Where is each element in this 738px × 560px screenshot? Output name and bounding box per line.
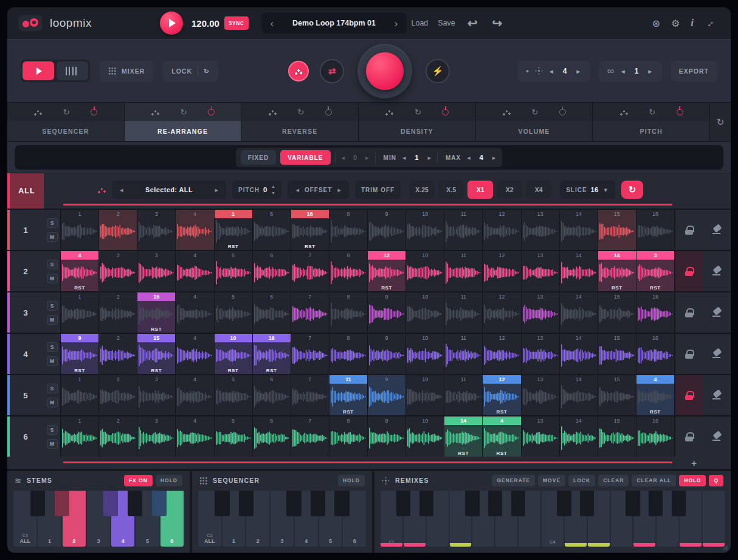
slice-1-4[interactable]: 4 — [176, 210, 214, 250]
slice-3-1[interactable]: 1 — [61, 292, 99, 333]
slice-5-9[interactable]: 9 — [368, 375, 406, 415]
power-icon[interactable] — [325, 109, 332, 116]
solo-button-2[interactable]: S — [47, 260, 58, 269]
row-erase-button-6[interactable] — [703, 417, 731, 457]
slice-5-6[interactable]: 6 — [253, 375, 291, 415]
slice-2-14[interactable]: 14 — [560, 251, 598, 291]
resize-window-icon[interactable]: ↔ — [699, 18, 720, 29]
remixes-black-key-9[interactable] — [649, 491, 663, 516]
slice-4-2[interactable]: 2 — [99, 334, 137, 374]
slice-3-12[interactable]: 12 — [483, 292, 521, 333]
slice-5-12[interactable]: 12RST — [483, 375, 521, 415]
slice-2-15[interactable]: 14RST — [598, 251, 636, 291]
stems-black-key-4[interactable] — [128, 491, 143, 516]
slice-4-7[interactable]: 7 — [291, 334, 329, 374]
refresh-icon[interactable]: ↻ — [532, 108, 539, 117]
sync-button[interactable]: SYNC — [224, 16, 249, 30]
slice-3-5[interactable]: 5 — [215, 292, 253, 333]
resize-grip[interactable]: ◢ — [723, 543, 728, 551]
slice-3-10[interactable]: 10 — [406, 292, 444, 333]
add-button[interactable]: + — [691, 458, 697, 468]
selected-next-button[interactable]: ▸ — [213, 186, 220, 194]
remixes-hold-button[interactable]: HOLD — [679, 475, 706, 486]
stems-black-key-3[interactable] — [103, 491, 119, 516]
slice-2-9[interactable]: 12RST — [368, 251, 406, 291]
tab-sequencer[interactable]: SEQUENCER — [7, 121, 124, 141]
slice-1-9[interactable]: 9 — [368, 210, 406, 250]
stems-black-key-2[interactable] — [55, 491, 70, 516]
keys-view-button[interactable] — [57, 61, 88, 80]
remixes-black-key-10[interactable] — [672, 491, 686, 516]
tab-re-arrange[interactable]: RE-ARRANGE — [125, 121, 241, 141]
slice-1-14[interactable]: 14 — [560, 210, 598, 250]
row-erase-button-3[interactable] — [703, 292, 731, 333]
all-tracks-tab[interactable]: ALL — [7, 173, 44, 209]
randomize-icon[interactable] — [385, 108, 393, 116]
slice-1-13[interactable]: 13 — [522, 210, 560, 250]
sequencer-black-key-2[interactable] — [239, 491, 253, 516]
slice-5-1[interactable]: 1 — [61, 375, 99, 415]
slice-5-13[interactable]: 13 — [522, 375, 560, 415]
loop-view-button[interactable] — [22, 61, 54, 80]
slice-4-11[interactable]: 11 — [444, 334, 483, 374]
slice-4-10[interactable]: 10 — [406, 334, 444, 374]
tabs-global-refresh-button[interactable]: ↻ — [710, 103, 731, 141]
slice-6-8[interactable]: 8 — [329, 417, 368, 457]
slice-1-5[interactable]: 1RST — [215, 210, 253, 250]
slice-1-2[interactable]: 2 — [99, 210, 137, 250]
selected-prev-button[interactable]: ◂ — [118, 186, 125, 194]
pattern-next-button[interactable]: ▸ — [576, 67, 582, 75]
solo-button-3[interactable]: S — [47, 301, 58, 311]
slice-2-12[interactable]: 12 — [483, 251, 521, 291]
slice-4-13[interactable]: 13 — [522, 334, 560, 374]
slice-1-11[interactable]: 11 — [444, 210, 483, 250]
slice-6-2[interactable]: 2 — [99, 417, 137, 457]
solo-button-1[interactable]: S — [47, 218, 58, 228]
refresh-icon[interactable]: ↻ — [297, 108, 304, 117]
slice-2-5[interactable]: 5 — [215, 251, 253, 291]
sequencer-black-key-1[interactable] — [215, 491, 229, 516]
bpm-display[interactable]: 120.00 — [191, 18, 219, 29]
slice-3-6[interactable]: 6 — [253, 292, 291, 333]
fixed-button[interactable]: FIXED — [241, 150, 276, 165]
sequencer-black-key-3[interactable] — [286, 491, 301, 516]
row-erase-button-5[interactable] — [703, 375, 731, 415]
sequencer-black-key-4[interactable] — [311, 491, 325, 516]
mute-button-6[interactable]: M — [47, 439, 58, 449]
slice-3-15[interactable]: 15 — [598, 292, 636, 333]
row-erase-button-1[interactable] — [703, 210, 731, 250]
row-lock-button-5[interactable] — [675, 375, 703, 415]
slice-4-15[interactable]: 15 — [598, 334, 636, 374]
remixes-black-key-4[interactable] — [488, 491, 502, 516]
slice-1-7[interactable]: 16RST — [291, 210, 329, 250]
speed-button-x4[interactable]: X4 — [526, 181, 551, 199]
slice-2-13[interactable]: 13 — [522, 251, 560, 291]
randomize-icon[interactable] — [151, 108, 159, 116]
tab-volume[interactable]: VOLUME — [476, 121, 593, 141]
slice-3-9[interactable]: 9 — [368, 292, 406, 333]
offset-next-button[interactable]: ▸ — [336, 186, 343, 194]
slice-4-3[interactable]: 15RST — [137, 334, 176, 374]
row-lock-button-1[interactable] — [675, 210, 703, 250]
slice-1-12[interactable]: 12 — [483, 210, 521, 250]
remixes-generate-button[interactable]: GENERATE — [492, 475, 535, 486]
refresh-icon[interactable]: ↻ — [181, 108, 187, 117]
slice-4-8[interactable]: 8 — [329, 334, 368, 374]
slice-dropdown-icon[interactable]: ▾ — [602, 186, 609, 194]
settings-gear-icon[interactable]: ⚙ — [666, 18, 685, 29]
export-button[interactable]: EXPORT — [671, 61, 717, 81]
remixes-black-key-3[interactable] — [465, 491, 479, 516]
trim-button[interactable]: TRIM OFF — [355, 181, 401, 199]
remixes-q-button[interactable]: Q — [709, 475, 723, 486]
mute-button-2[interactable]: M — [47, 274, 58, 283]
slice-6-7[interactable]: 7 — [291, 417, 329, 457]
slice-4-6[interactable]: 16RST — [253, 334, 291, 374]
slice-3-2[interactable]: 2 — [99, 292, 137, 333]
slice-5-14[interactable]: 14 — [560, 375, 598, 415]
stems-black-key-1[interactable] — [30, 491, 46, 516]
slice-5-2[interactable]: 2 — [99, 375, 137, 415]
slice-2-4[interactable]: 4 — [176, 251, 214, 291]
min-next-button[interactable]: ▸ — [426, 154, 433, 162]
slice-4-1[interactable]: 9RST — [61, 334, 99, 374]
track-number-2[interactable]: 2 — [7, 251, 44, 291]
